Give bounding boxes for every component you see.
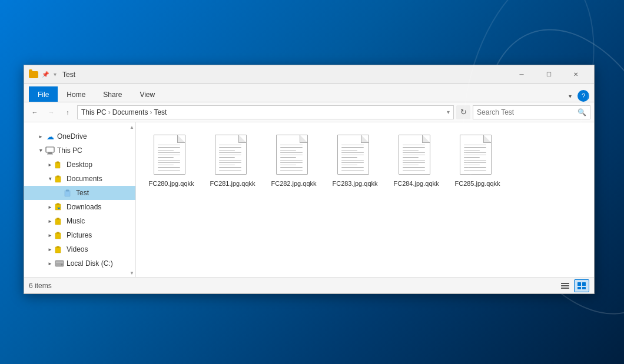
path-label-thispc: This PC: [81, 108, 107, 116]
forward-button[interactable]: →: [44, 105, 58, 119]
svg-rect-6: [57, 175, 59, 177]
file-item-fc281[interactable]: FC281.jpg.qqkk: [207, 132, 258, 191]
music-arrow: ►: [45, 219, 55, 224]
file-item-fc283[interactable]: FC283.jpg.qqkk: [329, 132, 381, 191]
address-path[interactable]: This PC › Documents › Test ▾: [77, 105, 454, 119]
svg-rect-28: [582, 287, 586, 289]
tab-share[interactable]: Share: [94, 86, 131, 102]
pin-icon: 📌: [41, 70, 50, 79]
file-label-fc280: FC280.jpg.qqkk: [148, 179, 194, 188]
file-item-fc280[interactable]: FC280.jpg.qqkk: [145, 132, 197, 191]
pictures-icon: [55, 231, 64, 240]
file-area: FC280.jpg.qqkk: [136, 122, 594, 277]
sidebar-item-downloads[interactable]: ► Downloads: [24, 200, 135, 214]
svg-rect-8: [66, 189, 69, 191]
sidebar-item-pictures[interactable]: ► Pictures: [24, 228, 135, 242]
file-item-fc285[interactable]: FC285.jpg.qqkk: [452, 132, 503, 191]
view-large-icons-button[interactable]: [574, 279, 589, 292]
scroll-up-indicator: ▲: [130, 125, 134, 130]
sidebar-item-test[interactable]: ► Test: [24, 186, 135, 200]
svg-point-21: [61, 264, 63, 266]
sidebar-item-music[interactable]: ► ♪ Music: [24, 214, 135, 228]
title-dropdown-arrow[interactable]: ▾: [54, 71, 57, 78]
documents-label: Documents: [67, 175, 102, 183]
svg-rect-19: [55, 261, 64, 266]
this-pc-arrow: ►: [38, 146, 44, 155]
svg-text:♪: ♪: [57, 221, 59, 224]
svg-rect-25: [577, 282, 581, 286]
up-button[interactable]: ↑: [61, 105, 75, 119]
svg-rect-13: [57, 218, 59, 219]
sidebar-item-desktop[interactable]: ► Desktop: [24, 158, 135, 172]
ribbon-more: ▾ ?: [569, 90, 589, 102]
svg-rect-0: [46, 147, 54, 152]
path-segment-thispc: This PC: [81, 108, 107, 116]
file-item-fc284[interactable]: FC284.jpg.qqkk: [390, 132, 442, 191]
file-icon-fc280: [154, 135, 189, 177]
search-input[interactable]: [477, 108, 577, 116]
path-dropdown-arrow[interactable]: ▾: [447, 109, 450, 115]
path-chevron-1: ›: [108, 108, 111, 116]
main-area: ▲ ► ☁ OneDrive ► This PC: [24, 122, 594, 277]
file-item-fc282[interactable]: FC282.jpg.qqkk: [268, 132, 320, 191]
sidebar-item-onedrive[interactable]: ► ☁ OneDrive: [24, 129, 135, 143]
file-icon-fc282: [276, 135, 311, 177]
title-bar-icons: 📌 ▾: [29, 70, 58, 79]
files-grid: FC280.jpg.qqkk: [141, 127, 589, 195]
search-box[interactable]: 🔍: [473, 105, 590, 119]
file-explorer-window: 📌 ▾ Test ─ ☐ ✕ File Home Share View ▾ ? …: [24, 65, 595, 294]
sidebar-item-local-disk[interactable]: ► Local Disk (C:): [24, 256, 135, 271]
folder-icon: [29, 70, 38, 79]
this-pc-label: This PC: [57, 146, 82, 155]
svg-rect-18: [57, 246, 59, 248]
view-details-button[interactable]: [557, 279, 573, 292]
tab-file[interactable]: File: [29, 86, 58, 102]
onedrive-arrow: ►: [36, 134, 45, 139]
desktop-arrow: ►: [45, 162, 55, 168]
sidebar: ▲ ► ☁ OneDrive ► This PC: [24, 122, 136, 277]
minimize-button[interactable]: ─: [508, 65, 535, 84]
address-bar: ← → ↑ This PC › Documents › Test ▾ ↻ 🔍: [24, 102, 594, 122]
desktop-label: Desktop: [67, 161, 92, 169]
tab-view[interactable]: View: [131, 86, 164, 102]
desktop-icon: [55, 160, 64, 169]
close-button[interactable]: ✕: [562, 65, 589, 84]
svg-rect-22: [561, 283, 569, 284]
sidebar-item-videos[interactable]: ► Videos: [24, 242, 135, 256]
path-segment-test: Test: [154, 108, 167, 116]
svg-rect-24: [561, 288, 569, 289]
back-button[interactable]: ←: [28, 105, 42, 119]
sidebar-item-this-pc[interactable]: ► This PC: [24, 143, 135, 158]
sidebar-item-documents[interactable]: ► Documents: [24, 172, 135, 186]
svg-rect-1: [48, 152, 52, 153]
path-label-documents: Documents: [112, 108, 148, 116]
file-icon-fc284: [399, 135, 434, 177]
file-icon-fc283: [337, 135, 373, 177]
svg-rect-26: [582, 282, 586, 286]
restore-button[interactable]: ☐: [535, 65, 562, 84]
this-pc-icon: [45, 146, 55, 155]
file-label-fc281: FC281.jpg.qqkk: [210, 179, 255, 188]
file-icon-fc281: [215, 135, 250, 177]
tab-home[interactable]: Home: [58, 86, 94, 102]
file-label-fc282: FC282.jpg.qqkk: [271, 179, 316, 188]
ribbon-expand-arrow[interactable]: ▾: [569, 93, 572, 99]
local-disk-icon: [55, 259, 64, 268]
videos-icon: [55, 245, 64, 254]
search-icon[interactable]: 🔍: [577, 108, 586, 116]
window-controls: ─ ☐ ✕: [508, 65, 589, 84]
view-buttons: [557, 279, 589, 292]
svg-rect-27: [577, 287, 581, 289]
path-segment-documents: Documents: [112, 108, 148, 116]
scroll-down-indicator: ▼: [130, 271, 134, 276]
ribbon: File Home Share View ▾ ?: [24, 84, 594, 102]
videos-arrow: ►: [45, 247, 55, 252]
sidebar-scroll-top: ▲: [24, 125, 135, 129]
local-disk-label: Local Disk (C:): [67, 259, 113, 268]
help-icon[interactable]: ?: [577, 90, 589, 102]
downloads-icon: [55, 202, 64, 212]
videos-label: Videos: [67, 245, 88, 253]
local-disk-arrow: ►: [45, 261, 55, 266]
title-bar: 📌 ▾ Test ─ ☐ ✕: [24, 65, 594, 84]
refresh-button[interactable]: ↻: [456, 105, 470, 119]
